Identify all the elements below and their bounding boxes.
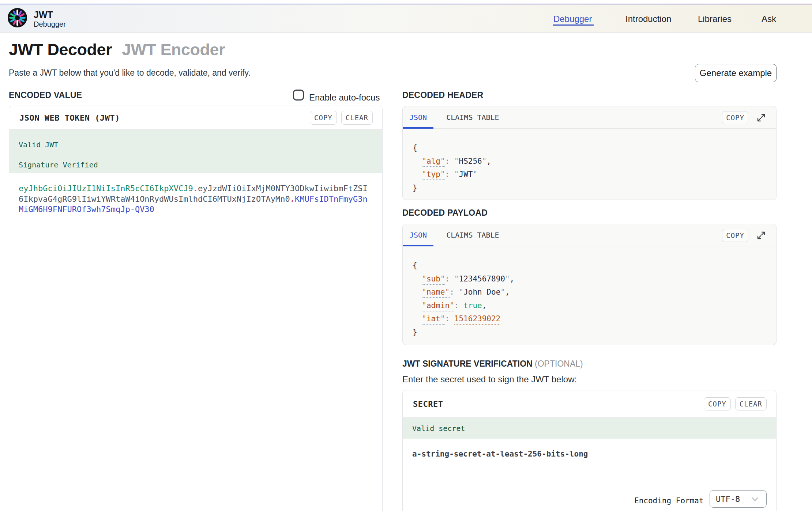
nav-link-debugger[interactable]: Debugger [553,14,592,24]
active-nav-underline [553,24,594,26]
secret-card-footer: Encoding Format UTF-8 [403,483,776,511]
decoded-payload-json: {"sub": "1234567890","name": "John Doe",… [403,246,776,344]
copy-payload-button[interactable]: COPY [722,229,748,242]
tab-claims-table[interactable]: CLAIMS TABLE [440,224,506,246]
brand-title[interactable]: JWT [34,10,53,20]
tab-json[interactable]: JSON [403,224,433,246]
top-strip [0,0,812,4]
secret-value-input[interactable]: a-string-secret-at-least-256-bits-long [403,439,776,483]
signature-verified-status: Signature Verified [19,160,372,170]
page-subtitle: Paste a JWT below that you'd like to dec… [9,68,251,78]
encoded-value-label: ENCODED VALUE [9,90,82,100]
expand-header-icon[interactable] [756,113,766,122]
tab-json[interactable]: JSON [403,106,433,128]
secret-card: SECRET COPY CLEAR Valid secret a-string-… [402,390,777,511]
encoded-token-card: JSON WEB TOKEN (JWT) COPY CLEAR Valid JW… [9,106,383,511]
jwt-token-text: eyJhbGciOiJIUzI1NiIsInR5cCI6IkpXVCJ9.eyJ… [19,183,369,215]
enter-secret-instruction: Enter the secret used to sign the JWT be… [402,374,577,385]
generate-example-button[interactable]: Generate example [695,64,777,82]
encoding-format-label: Encoding Format [634,496,704,505]
signature-verification-label: JWT SIGNATURE VERIFICATION (OPTIONAL) [402,359,583,369]
clear-secret-button[interactable]: CLEAR [735,397,767,410]
page-title: JWT DecoderJWT Encoder [9,41,225,58]
nav-link-libraries[interactable]: Libraries [698,14,732,24]
enable-autofocus-checkbox[interactable] [293,90,304,101]
nav-link-ask[interactable]: Ask [762,14,776,24]
decoded-header-tabs: JSON CLAIMS TABLE COPY [403,106,776,129]
tab-claims-table[interactable]: CLAIMS TABLE [440,106,506,128]
clear-token-button[interactable]: CLEAR [341,111,373,125]
decoded-header-label: DECODED HEADER [402,90,483,100]
secret-card-header: SECRET COPY CLEAR [403,390,776,418]
decoded-header-card: JSON CLAIMS TABLE COPY {"alg": "HS256","… [402,106,777,200]
jwt-valid-status: Valid JWT [19,140,372,149]
encoding-format-select[interactable]: UTF-8 [710,490,767,508]
token-editor[interactable]: eyJhbGciOiJIUzI1NiIsInR5cCI6IkpXVCJ9.eyJ… [9,173,382,226]
title-encoder[interactable]: JWT Encoder [122,40,225,59]
top-navbar: JWT Debugger Debugger Introduction Libra… [0,4,812,33]
secret-card-title: SECRET [413,400,443,409]
encoded-card-header: JSON WEB TOKEN (JWT) COPY CLEAR [9,106,382,130]
chevron-down-icon [751,496,759,502]
copy-header-button[interactable]: COPY [722,111,748,124]
decoded-payload-tabs: JSON CLAIMS TABLE COPY [403,224,776,246]
brand-subtitle: Debugger [34,20,66,29]
decoded-payload-card: JSON CLAIMS TABLE COPY {"sub": "12345678… [402,224,777,345]
encoding-format-value: UTF-8 [716,495,740,504]
expand-payload-icon[interactable] [756,231,766,240]
secret-status-banner: Valid secret [403,418,776,439]
copy-token-button[interactable]: COPY [310,111,337,125]
enable-autofocus-label: Enable auto-focus [309,92,380,103]
encoded-card-title: JSON WEB TOKEN (JWT) [19,113,120,122]
decoded-payload-label: DECODED PAYLOAD [402,208,488,218]
jwt-status-banner: Valid JWT Signature Verified [9,130,382,173]
jwt-logo-icon[interactable] [8,8,27,27]
title-decoder[interactable]: JWT Decoder [9,40,112,59]
copy-secret-button[interactable]: COPY [704,397,731,410]
nav-link-introduction[interactable]: Introduction [625,14,671,24]
decoded-header-json: {"alg": "HS256","typ": "JWT"} [403,129,776,200]
